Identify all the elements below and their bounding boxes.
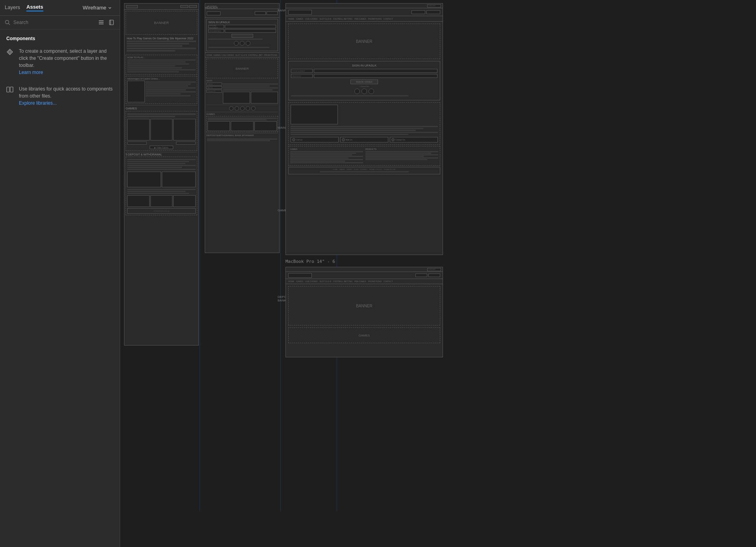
dg-l8 (290, 162, 363, 163)
library-button[interactable] (108, 19, 115, 26)
book-icon (109, 20, 114, 25)
center-main-content: Call Us Mail Us Contact Us (206, 83, 278, 103)
desk-signin-title: SIGN IN UFASLK (291, 64, 437, 67)
mn-6: PEN GAMES (354, 280, 366, 283)
mobile-frame: BANNER How To Play Games On Gambling Sit… (124, 3, 199, 346)
center-social-3 (246, 41, 250, 46)
center-social-2 (240, 41, 245, 46)
list-view-button[interactable] (98, 19, 105, 26)
center-deposit-section (206, 137, 278, 142)
mob-adv-text (146, 81, 196, 102)
mob-deposit-section: | | | | | | | | | | | | | | | (126, 157, 197, 215)
mob-games-l1 (127, 113, 196, 115)
center-signin-l2 (208, 47, 269, 48)
svg-point-0 (6, 20, 9, 24)
mob-btn1 (180, 5, 188, 8)
cn-5: FOOTBALL BET (248, 54, 263, 56)
libraries-block: Use libraries for quick access to compon… (0, 82, 120, 113)
dg-l7 (290, 161, 345, 162)
create-component-block: To create a component, select a layer an… (0, 44, 120, 82)
dn-2: GAMES (296, 18, 303, 20)
desk-signin-l1 (291, 95, 408, 96)
mob-how-l2 (127, 61, 185, 63)
mob-header-right (180, 5, 197, 8)
dg-l6 (290, 159, 363, 160)
mb-nav: HOME GAMES LIVE CASINO SLOT GLO B FOOTBA… (286, 279, 443, 284)
cn-3: LIVE CASINO (222, 54, 234, 56)
mob-video-label: ▶ Video Games (154, 146, 169, 149)
center-nav: HOME GAMES LIVE CASINO SLOT GLO B FOOTBA… (205, 52, 279, 57)
search-icon (5, 20, 10, 25)
mob-dep-l1 (127, 159, 196, 160)
desk-nav: HOME GAMES LIVE CASINO SLOT GLO B FOOTBA… (286, 16, 443, 22)
desk-contact-img (291, 105, 338, 124)
cg-l2 (208, 119, 267, 120)
mob-bank-l2 (127, 191, 185, 192)
center-phone-label: PHONE NUMBER (208, 25, 224, 28)
desk-prods-col-label: PRODUCTS (365, 148, 438, 150)
svg-rect-4 (99, 24, 104, 24)
desk-phone-label: PHONE NUMBER (291, 69, 313, 73)
mob-title-1: How To Play Games On Gambling Site Myanm… (127, 37, 196, 40)
mb-header-btns (415, 274, 440, 277)
canvas-scroll[interactable]: BANNER How To Play Games On Gambling Sit… (120, 0, 756, 547)
mob-bank-l3 (127, 193, 189, 194)
desk-hbtn2 (426, 10, 440, 14)
mb-hbtn1 (415, 274, 427, 277)
center-deposit-label: DEPOSIT&WITHDRAWAL BANK MYANMAR (206, 133, 278, 137)
df-5: CONTACT (360, 168, 367, 170)
desktop-frame: ENGLISH HOME GAMES LIVE CASINO SLOT GLO … (285, 3, 443, 255)
call-label: Call Us (296, 139, 302, 141)
mob-game-card-3 (173, 119, 196, 140)
mn-2: GAMES (296, 280, 303, 283)
cm-l3 (223, 87, 278, 89)
desk-header (286, 8, 443, 16)
mob-how-l4 (127, 65, 175, 67)
mob-bank-3 (127, 195, 150, 207)
desk-logo (288, 10, 312, 15)
cg-card-2 (231, 121, 253, 131)
mob-adv-l2 (146, 83, 191, 85)
dn-5: FOOTBALL BETTING (333, 18, 352, 20)
mob-dep-l4 (127, 165, 196, 166)
dn-7: PROMOTIONS (368, 18, 382, 20)
desk-footer-links: HOME GAMES CREDIT SLIDE CONTACT PRIVACY … (290, 168, 439, 170)
mob-content-1: How To Play Games On Gambling Site Myanm… (126, 36, 197, 54)
tab-assets[interactable]: Assets (26, 4, 43, 11)
mail-label: Mail Us (346, 139, 352, 141)
cm-l1 (223, 83, 278, 85)
mb-banner: BANNER (288, 286, 440, 325)
macbook-frame: ENGLISH HOME GAMES LIVE CASINO SLOT GLO … (285, 267, 443, 357)
mob-bank-5 (173, 195, 196, 207)
mob-adv-l7 (146, 93, 181, 94)
center-phone-row: PHONE NUMBER (208, 25, 276, 28)
tab-layers[interactable]: Layers (5, 4, 20, 11)
components-header: Components (0, 30, 120, 44)
mob-dep-l3 (127, 163, 185, 164)
center-soc-4 (246, 106, 250, 111)
dn-6: PEN GAMES (354, 18, 366, 20)
book-open-icon (6, 86, 13, 93)
explore-libraries-link[interactable]: Explore libraries... (19, 100, 57, 106)
mob-footer-btn1 (127, 142, 147, 144)
dp-l2 (365, 153, 431, 154)
desk-banner-label: BANNER (356, 39, 372, 44)
desk-footer-nav: HOME GAMES CREDIT SLIDE CONTACT PRIVACY … (288, 167, 440, 174)
desk-pass-input (314, 74, 437, 78)
search-input[interactable] (13, 20, 94, 25)
list-icon (98, 20, 104, 25)
center-products (223, 92, 278, 103)
center-signin-btn-row (208, 34, 276, 38)
wireframe-dropdown[interactable]: Wireframe (80, 3, 115, 12)
cg-card-1 (208, 121, 230, 131)
desk-soc-1 (354, 89, 360, 94)
learn-more-link[interactable]: Learn more (19, 70, 43, 75)
center-soc-5 (251, 106, 256, 111)
mb-games-label: GAMES (359, 334, 370, 337)
desk-hbtn1 (411, 10, 425, 14)
dg-l2 (290, 153, 356, 154)
mob-line-2 (127, 43, 189, 44)
center-soc-3 (240, 106, 245, 111)
cn-2: GAMES (213, 54, 220, 56)
mb-lang-row: ENGLISH (286, 267, 443, 272)
